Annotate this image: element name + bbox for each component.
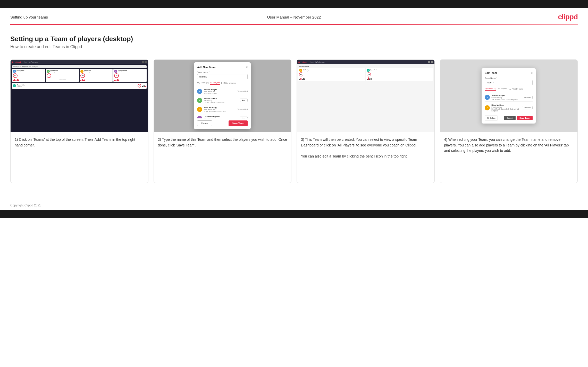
remove-btn-1[interactable]: Remove xyxy=(522,96,533,99)
card-1: clippd Home My Performance Showing 5 out… xyxy=(10,59,148,183)
modal-tabs: My Team (2) All Players Filter by name xyxy=(197,81,248,86)
player-list: A Adrian Player Plus Handicap The Shire … xyxy=(197,88,248,118)
edit-player-list: A Adrian Player Plus Handicap The Shire … xyxy=(485,93,533,113)
page-subtitle: How to create and edit Teams in Clippd xyxy=(10,45,578,49)
add-player-btn-2[interactable]: Add xyxy=(240,99,248,102)
s1-filter: Showing 5 out of 5 players from All Play… xyxy=(12,65,147,68)
s3-av1: B xyxy=(299,69,302,72)
card-4-text: 4) When editing your Team, you can chang… xyxy=(440,132,578,158)
player-row-3: B Blair McHarg Plus Handicap Royal North… xyxy=(197,106,248,113)
s3-icon-settings xyxy=(431,61,433,63)
s3-bar xyxy=(299,79,300,80)
card-3-text: 3) This Team will then be created. You c… xyxy=(297,132,434,163)
player-info-1: Adrian Player Plus Handicap The Shire Lo… xyxy=(204,88,235,94)
s1-body: Showing 5 out of 5 players from All Play… xyxy=(11,64,148,90)
filter-by-name: Filter by name xyxy=(221,81,236,85)
player-row-4: D Dave Billingham 5.5 Handicap The Gog M… xyxy=(197,115,248,118)
card-3: clippd Home My Performance Team Dashboar… xyxy=(297,59,435,183)
card-2: Add New Team × Team Name * My Team (2) A… xyxy=(154,59,292,183)
team-name-input[interactable] xyxy=(197,74,248,79)
nav-teams: My Performance xyxy=(29,61,38,63)
edit-av2: B xyxy=(485,105,490,110)
player-name-2: Adrian Coliba xyxy=(204,97,238,100)
player-detail2-2: Central London Golf Centre xyxy=(204,101,238,103)
team-name-label: Team Name * xyxy=(197,71,248,73)
s3-nav-perf: My Performance xyxy=(315,61,325,63)
edit-tab-all-players[interactable]: All Players xyxy=(498,87,508,91)
cancel-button[interactable]: Cancel xyxy=(197,120,212,126)
filter-checkbox[interactable] xyxy=(221,82,223,84)
edit-player-row-1: A Adrian Player Plus Handicap The Shire … xyxy=(485,93,533,102)
player-row-1: A Adrian Player Plus Handicap The Shire … xyxy=(197,88,248,95)
s3-nav: Home My Performance xyxy=(310,61,325,63)
player-avatar-3: B xyxy=(197,107,202,112)
nav-home: Home xyxy=(24,61,27,63)
edit-detail1-2: Plus Handicap xyxy=(491,106,520,108)
screenshot-3: clippd Home My Performance Team Dashboar… xyxy=(297,60,434,132)
delete-button[interactable]: 🗑 Delete xyxy=(485,116,498,120)
s3-av2: R xyxy=(367,69,370,72)
player-detail1-1: Plus Handicap xyxy=(204,91,235,92)
add-team-modal: Add New Team × Team Name * My Team (2) A… xyxy=(194,62,251,129)
s3-icon-edit xyxy=(428,61,430,63)
tab-all-players[interactable]: All Players xyxy=(210,81,220,85)
remove-btn-2[interactable]: Remove xyxy=(522,106,533,109)
edit-footer: 🗑 Delete Cancel Save Team xyxy=(485,116,533,120)
edit-modal-close[interactable]: × xyxy=(531,71,533,75)
player-detail2-1: The Shire London xyxy=(204,92,235,94)
s3-bar xyxy=(367,79,368,80)
modal-close-icon[interactable]: × xyxy=(246,65,248,69)
cards-row: clippd Home My Performance Showing 5 out… xyxy=(10,59,578,183)
edit-modal-title: Edit Team xyxy=(485,72,497,74)
edit-info-2: Blair McHarg Plus Handicap Royal North D… xyxy=(491,104,520,112)
edit-tab-my-team[interactable]: My Team (2) xyxy=(485,87,496,91)
card-1-text: 1) Click on 'Teams' at the top of the sc… xyxy=(11,132,148,152)
card-4: Edit Team × Team Name * My Team (2) All … xyxy=(440,59,578,183)
add-player-btn-4[interactable]: Add xyxy=(240,117,248,118)
player-avatar-1: A xyxy=(197,89,202,94)
header-left-text: Setting up your teams xyxy=(10,15,48,19)
tab-my-team[interactable]: My Team (2) xyxy=(197,81,208,85)
clippd-logo: clippd xyxy=(558,13,578,21)
s3-pcard-1: B Blair McHarg Plus Handicap 94 xyxy=(298,68,365,81)
edit-player-row-2: B Blair McHarg Plus Handicap Royal North… xyxy=(485,103,533,113)
player-detail1-2: 1 Handicap xyxy=(204,100,238,101)
edit-detail2-1: The Shire London, United Kingdom xyxy=(491,99,520,100)
edit-name-2: Blair McHarg xyxy=(491,104,520,106)
edit-modal-header: Edit Team × xyxy=(485,71,533,75)
copyright-text: Copyright Clippd 2021 xyxy=(10,204,41,207)
s3-topbar: clippd Home My Performance xyxy=(297,60,434,64)
s1-player-1: A Adrian Collins Plus Handicap 84 xyxy=(12,69,45,82)
edit-team-name-input[interactable] xyxy=(485,80,533,85)
player-detail1-4: 5.5 Handicap xyxy=(204,118,238,118)
edit-filter-checkbox[interactable] xyxy=(509,88,511,90)
page-content: Setting up a Team of players (desktop) H… xyxy=(0,25,588,201)
player-status-1: Player Added xyxy=(237,90,248,92)
edit-cancel-button[interactable]: Cancel xyxy=(504,116,516,120)
edit-save-button[interactable]: Save Team xyxy=(517,116,533,120)
edit-name-1: Adrian Player xyxy=(491,94,520,97)
s3-logo: clippd xyxy=(302,61,307,63)
player-row-2: A Adrian Coliba 1 Handicap Central Londo… xyxy=(197,97,248,104)
s3-nav-home: Home xyxy=(310,61,314,63)
trash-icon: 🗑 xyxy=(487,117,489,119)
modal-title: Add New Team xyxy=(197,66,215,69)
save-team-button[interactable]: Save Team xyxy=(229,120,248,126)
nav-icon-2 xyxy=(145,61,147,63)
screenshot-2: Add New Team × Team Name * My Team (2) A… xyxy=(154,60,291,132)
screenshot-1: clippd Home My Performance Showing 5 out… xyxy=(11,60,148,132)
modal-header: Add New Team × xyxy=(197,65,248,69)
nav-bar: Home My Performance xyxy=(24,61,38,63)
edit-filter: Filter by name xyxy=(509,87,523,91)
player-status-3: Player Added xyxy=(237,108,248,110)
s1-bottom-player: R Richard Butler 1 Handicap 72 xyxy=(12,83,147,89)
s3-bar xyxy=(302,79,303,80)
player-detail2-3: Royal North Devon Golf Club xyxy=(204,110,235,112)
header-center-text: User Manual – November 2022 xyxy=(267,15,321,19)
edit-av1: A xyxy=(485,95,490,100)
player-avatar-2: A xyxy=(197,98,202,103)
edit-detail2-2: Royal North Devon Golf Club, United King… xyxy=(491,108,520,112)
s3-dot xyxy=(298,62,300,63)
s3-body: Team Dashboard B Blair McHarg Plus Handi… xyxy=(297,64,434,83)
edit-detail1-1: Plus Handicap xyxy=(491,97,520,99)
